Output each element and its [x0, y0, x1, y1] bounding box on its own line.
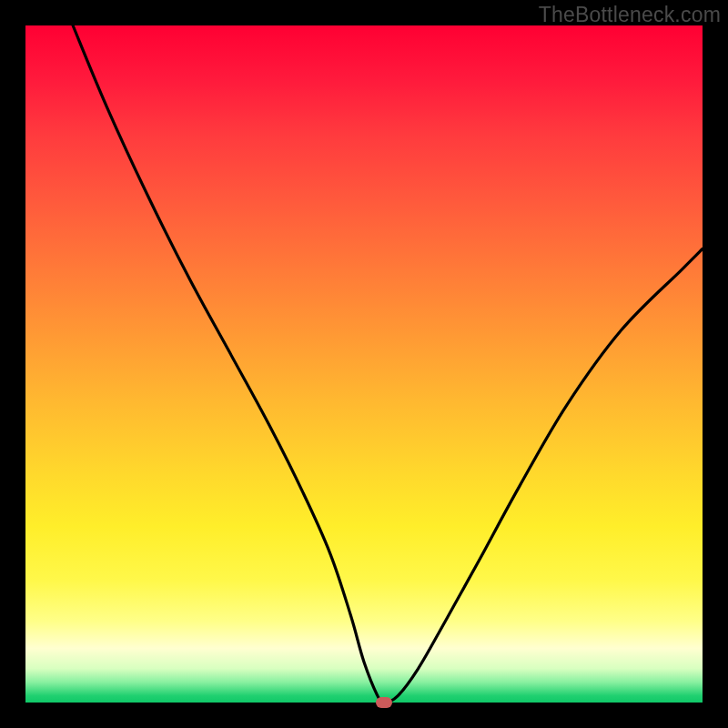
curve-path [73, 25, 703, 703]
watermark-text: TheBottleneck.com [539, 3, 721, 27]
minimum-marker [376, 697, 392, 708]
outer-frame: TheBottleneck.com [0, 0, 728, 728]
bottleneck-curve [25, 25, 703, 703]
plot-area [25, 25, 703, 703]
